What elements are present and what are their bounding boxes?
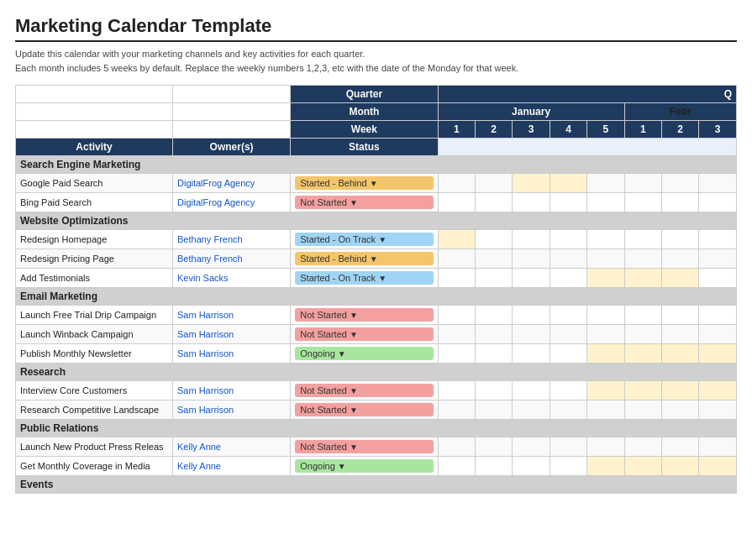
week-cell-1 [475,381,512,400]
activity-cell: Redesign Pricing Page [16,249,173,269]
week-cell-4 [587,249,624,269]
status-cell: Not Started ▼ [291,325,438,344]
week-cell-0 [438,437,475,457]
section-row-0: Search Engine Marketing [16,156,737,174]
dropdown-arrow-icon: ▼ [350,386,358,395]
owner-link[interactable]: Sam Harrison [177,310,234,320]
activity-cell: Bing Paid Search [16,193,173,212]
week-cell-0 [438,306,475,325]
week-cell-5 [624,230,661,249]
table-row: Launch New Product Press ReleasKelly Ann… [16,437,737,457]
owner-link[interactable]: Kelly Anne [177,442,221,452]
status-badge[interactable]: Started - On Track ▼ [295,233,433,246]
activity-cell: Google Paid Search [16,174,173,193]
week-cell-7 [699,174,737,193]
week-cell-7 [699,193,737,212]
week-cell-2 [513,306,550,325]
week-cell-2 [513,230,550,249]
status-header: Status [291,139,438,156]
activity-cell: Add Testimonials [16,269,173,288]
week-cell-6 [662,230,699,249]
week-cell-7 [699,400,737,420]
week-cell-3 [550,230,586,249]
owner-link[interactable]: Sam Harrison [177,329,234,339]
quarter-label: Quarter [291,86,438,103]
status-badge[interactable]: Not Started ▼ [295,308,433,322]
status-badge[interactable]: Not Started ▼ [295,327,433,341]
subtitle: Update this calendar with your marketing… [15,47,737,75]
owner-link[interactable]: DigitalFrog Agency [177,178,255,188]
owner-link[interactable]: Bethany French [177,254,243,264]
status-cell: Ongoing ▼ [291,344,438,364]
week-cell-0 [438,400,475,420]
week-cell-1 [475,325,512,344]
owner-link[interactable]: Bethany French [177,234,243,244]
week-cell-2 [513,174,550,193]
status-badge[interactable]: Ongoing ▼ [295,459,433,473]
activity-cell: Redesign Homepage [16,230,173,249]
week-cell-4 [587,344,624,364]
table-row: Redesign HomepageBethany FrenchStarted -… [16,230,737,249]
status-badge[interactable]: Started - Behind ▼ [295,176,433,190]
table-row: Google Paid SearchDigitalFrog AgencyStar… [16,174,737,193]
week-3: 3 [513,121,550,139]
week-cell-2 [513,249,550,269]
week-cell-3 [550,269,586,288]
dropdown-arrow-icon: ▼ [370,179,378,188]
week-cell-5 [624,193,661,212]
activity-cell: Publish Monthly Newsletter [16,344,173,364]
status-badge[interactable]: Started - Behind ▼ [295,252,433,265]
week-cell-6 [662,193,699,212]
week-cell-3 [550,437,586,457]
week-cell-4 [587,400,624,420]
owner-link[interactable]: Kelly Anne [177,461,221,471]
week-cell-7 [699,381,737,400]
table-body: Search Engine MarketingGoogle Paid Searc… [16,156,737,494]
owner-link[interactable]: Kevin Sacks [177,273,229,283]
header-row-quarter: Quarter Q [16,86,737,103]
week-cell-1 [475,230,512,249]
week-cell-0 [438,249,475,269]
week-cell-3 [550,457,586,476]
week-cell-3 [550,400,586,420]
week-cell-0 [438,174,475,193]
dropdown-arrow-icon: ▼ [350,198,358,207]
activity-cell: Launch Free Trial Drip Campaign [16,306,173,325]
week-cell-5 [624,325,661,344]
dropdown-arrow-icon: ▼ [370,254,378,264]
week-cell-4 [587,174,624,193]
status-badge[interactable]: Not Started ▼ [295,403,433,416]
status-badge[interactable]: Ongoing ▼ [295,347,433,360]
dropdown-arrow-icon: ▼ [350,330,358,339]
status-badge[interactable]: Started - On Track ▼ [295,271,433,285]
status-cell: Not Started ▼ [291,306,438,325]
status-badge[interactable]: Not Started ▼ [295,384,433,397]
activity-cell: Launch New Product Press Releas [16,437,173,457]
week-label: Week [291,121,438,139]
owner-link[interactable]: Sam Harrison [177,348,234,359]
week-cell-3 [550,193,586,212]
week-cell-2 [513,381,550,400]
week-cell-1 [475,269,512,288]
week-cell-5 [624,174,661,193]
owner-cell: Sam Harrison [173,344,291,364]
status-badge[interactable]: Not Started ▼ [295,440,433,453]
table-row: Bing Paid SearchDigitalFrog AgencyNot St… [16,193,737,212]
week-cell-7 [699,306,737,325]
section-label-2: Email Marketing [16,288,737,306]
status-badge[interactable]: Not Started ▼ [295,196,433,209]
week-5: 5 [587,121,624,139]
header-row-month: Month January Febr [16,103,737,121]
week-cell-7 [699,457,737,476]
section-label-1: Website Optimizations [16,212,737,230]
feb-week-3: 3 [699,121,737,139]
header-row-week: Week 1 2 3 4 5 1 2 3 [16,121,737,139]
week-1: 1 [438,121,475,139]
week-cell-1 [475,193,512,212]
owner-link[interactable]: DigitalFrog Agency [177,197,255,207]
header-row-activity: Activity Owner(s) Status [16,139,737,156]
owner-link[interactable]: Sam Harrison [177,405,234,415]
week-cell-3 [550,174,586,193]
owner-link[interactable]: Sam Harrison [177,385,234,395]
status-cell: Ongoing ▼ [291,457,438,476]
